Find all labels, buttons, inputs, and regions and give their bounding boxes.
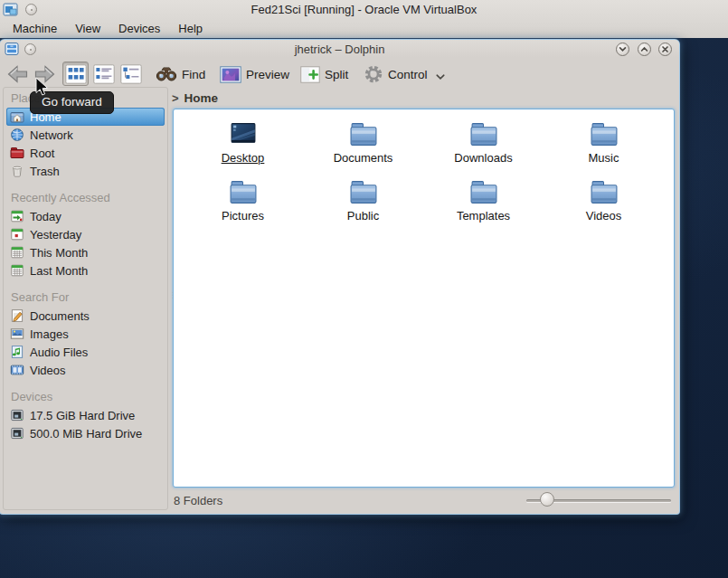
folder-icon: [588, 120, 620, 148]
close-button[interactable]: [658, 43, 672, 56]
sidebar-item-17-5-gib-hard-drive[interactable]: 17.5 GiB Hard Drive: [6, 406, 165, 424]
hard-drive-icon: [10, 426, 24, 441]
splitter-handle-icon: ⋮: [169, 293, 172, 306]
find-label: Find: [182, 68, 205, 81]
folder-grid: Desktop Documents Downloads Music Pictur…: [174, 109, 674, 236]
folder-view[interactable]: Desktop Documents Downloads Music Pictur…: [173, 109, 675, 488]
sidebar-item-documents[interactable]: Documents: [6, 307, 165, 325]
sidebar-item-this-month[interactable]: This Month: [6, 243, 165, 261]
trash-icon: [10, 164, 24, 178]
maximize-button[interactable]: [638, 43, 651, 56]
close-icon: [660, 44, 670, 54]
sidebar-section: Search For Documents Images Audio Files …: [4, 290, 167, 379]
go-back-button[interactable]: [6, 64, 30, 84]
calendar-month-icon: [10, 263, 24, 278]
sidebar-section-title: Recently Accessed: [11, 191, 167, 204]
dolphin-titlebar[interactable]: jhetrick – Dolphin: [0, 40, 679, 58]
calendar-yesterday-icon: [10, 227, 24, 242]
folder-item-videos[interactable]: Videos: [544, 178, 664, 236]
document-edit-icon: [10, 308, 24, 323]
network-icon: [10, 128, 24, 142]
calendar-month-icon: [10, 245, 24, 260]
compact-view-button[interactable]: [90, 62, 117, 86]
folder-icon: [347, 120, 380, 148]
sidebar-section-title: Search For: [11, 290, 167, 304]
sidebar-item-trash[interactable]: Trash: [6, 162, 165, 180]
folder-item-music[interactable]: Music: [544, 120, 664, 178]
zoom-slider-handle[interactable]: [540, 492, 554, 507]
menu-view[interactable]: View: [66, 19, 109, 38]
folder-item-public[interactable]: Public: [303, 178, 423, 236]
status-bar: 8 Folders: [0, 489, 679, 514]
breadcrumb[interactable]: > Home: [172, 89, 218, 107]
breadcrumb-home[interactable]: Home: [184, 91, 219, 105]
folder-item-downloads[interactable]: Downloads: [423, 120, 544, 178]
folder-item-pictures[interactable]: Pictures: [183, 178, 303, 236]
image-icon: [10, 327, 24, 341]
sidebar-item-today[interactable]: Today: [6, 207, 165, 225]
folder-icon: [347, 178, 380, 206]
shade-button[interactable]: [616, 43, 629, 56]
folder-icon: [468, 120, 500, 148]
folder-item-desktop[interactable]: Desktop: [183, 120, 303, 178]
sidebar-item-images[interactable]: Images: [6, 325, 165, 343]
details-view-button[interactable]: [118, 62, 144, 86]
sidebar-item-500-0-mib-hard-drive[interactable]: 500.0 MiB Hard Drive: [6, 424, 165, 442]
folder-icon: [588, 178, 620, 206]
find-button[interactable]: Find: [156, 63, 205, 85]
dolphin-toolbar: Find Preview Split Control: [0, 58, 679, 89]
chevron-down-icon[interactable]: [436, 74, 445, 80]
video-file-icon: [10, 363, 24, 377]
menu-bar: MachineViewDevicesHelp: [4, 19, 212, 38]
sidebar-item-network[interactable]: Network: [6, 126, 165, 144]
sidebar-item-root[interactable]: Root: [6, 144, 165, 162]
hard-drive-icon: [10, 408, 24, 422]
dolphin-window-title: jhetrick – Dolphin: [0, 43, 679, 56]
breadcrumb-arrow-icon: >: [172, 91, 179, 105]
menu-machine[interactable]: Machine: [4, 19, 66, 38]
folder-icon: [468, 178, 500, 206]
folder-item-documents[interactable]: Documents: [303, 120, 423, 178]
sidebar-section: Devices 17.5 GiB Hard Drive 500.0 MiB Ha…: [4, 390, 167, 442]
preview-image-icon: [220, 66, 241, 83]
control-button[interactable]: Control: [364, 63, 428, 85]
menu-help[interactable]: Help: [169, 19, 212, 38]
audio-file-icon: [10, 345, 24, 359]
chevron-up-icon: [639, 44, 649, 54]
split-button[interactable]: Split: [300, 63, 348, 85]
virtualbox-titlebar[interactable]: Fed21Sci [Running] - Oracle VM VirtualBo…: [0, 0, 728, 18]
sidebar-section: Recently Accessed Today Yesterday This M…: [4, 191, 167, 280]
split-view-icon: [300, 66, 320, 83]
icons-view-icon: [65, 64, 87, 84]
folder-icon: [227, 178, 260, 206]
virtualbox-window-chrome: Fed21Sci [Running] - Oracle VM VirtualBo…: [0, 0, 728, 38]
home-icon: [10, 109, 24, 124]
preview-label: Preview: [246, 68, 289, 81]
places-panel: Places Home Network Root Trash Recently …: [3, 87, 168, 510]
chevron-down-icon: [618, 44, 628, 54]
control-label: Control: [388, 68, 428, 81]
sidebar-section-title: Devices: [11, 390, 167, 403]
sidebar-item-videos[interactable]: Videos: [6, 361, 165, 379]
calendar-today-icon: [10, 209, 24, 223]
sidebar-item-audio-files[interactable]: Audio Files: [6, 343, 165, 361]
details-view-icon: [120, 64, 142, 84]
icons-view-button[interactable]: [62, 62, 89, 86]
compact-view-icon: [93, 64, 115, 84]
status-folder-count: 8 Folders: [174, 494, 222, 507]
root-folder-icon: [10, 146, 24, 160]
menu-devices[interactable]: Devices: [109, 19, 169, 38]
binoculars-icon: [156, 66, 177, 82]
virtualbox-window-title: Fed21Sci [Running] - Oracle VM VirtualBo…: [0, 3, 728, 16]
preview-button[interactable]: Preview: [220, 63, 289, 85]
desktop-folder-icon: [227, 120, 260, 148]
sidebar-item-last-month[interactable]: Last Month: [6, 261, 165, 280]
split-label: Split: [325, 68, 348, 81]
mouse-cursor: [35, 77, 50, 97]
gear-icon: [364, 64, 383, 84]
sidebar-item-yesterday[interactable]: Yesterday: [6, 225, 165, 243]
folder-item-templates[interactable]: Templates: [423, 178, 544, 236]
